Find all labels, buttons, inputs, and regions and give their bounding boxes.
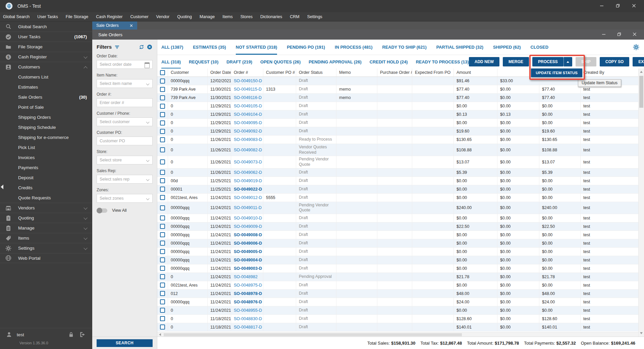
order-link[interactable]: SO-0049022-D bbox=[234, 187, 262, 192]
filter-input[interactable]: Select customer bbox=[97, 117, 153, 126]
row-checkbox[interactable] bbox=[157, 306, 168, 314]
process-dropdown-arrow-icon[interactable] bbox=[564, 57, 572, 66]
close-icon[interactable] bbox=[632, 3, 636, 9]
row-checkbox[interactable] bbox=[157, 144, 168, 156]
scroll-up-icon[interactable] bbox=[640, 71, 643, 73]
filter-input[interactable]: Enter order # bbox=[97, 98, 153, 107]
menubar-item[interactable]: Global Search bbox=[3, 14, 30, 19]
sidebar-item[interactable]: Manage bbox=[0, 223, 92, 233]
order-link[interactable]: SO-0049092-D bbox=[234, 129, 262, 134]
sidebar-item[interactable]: File Storage bbox=[0, 42, 92, 52]
row-checkbox[interactable] bbox=[157, 119, 168, 127]
filter-input[interactable]: Customer PO bbox=[97, 137, 153, 145]
inner-restore-icon[interactable] bbox=[617, 32, 621, 37]
row-checkbox[interactable] bbox=[157, 185, 168, 193]
order-link[interactable]: SO-0049012-D bbox=[234, 195, 262, 200]
row-checkbox[interactable] bbox=[157, 156, 168, 168]
filter-input[interactable]: Select zones bbox=[97, 194, 153, 203]
status-tab[interactable]: ESTIMATES (35) bbox=[193, 40, 226, 55]
sub-status-tab[interactable]: READY TO PROCESS (13) bbox=[416, 55, 469, 68]
row-checkbox[interactable] bbox=[157, 77, 168, 85]
filter-input[interactable]: Select item name bbox=[97, 79, 153, 88]
row-checkbox[interactable] bbox=[157, 202, 168, 214]
lock-icon[interactable] bbox=[68, 332, 74, 338]
sidebar-item[interactable]: User Tasks (1067) bbox=[0, 32, 92, 42]
refresh-icon[interactable] bbox=[139, 44, 144, 50]
sidebar-item[interactable]: Global Search bbox=[0, 21, 92, 32]
sidebar-item[interactable]: Items bbox=[0, 233, 92, 243]
sidebar-item[interactable]: Estimates bbox=[0, 82, 92, 92]
menubar-item[interactable]: Manage bbox=[200, 14, 215, 19]
horizontal-scrollbar-thumb[interactable] bbox=[164, 333, 462, 336]
sub-status-tab[interactable]: ALL (318) bbox=[161, 55, 181, 68]
menubar-item[interactable]: Vendor bbox=[156, 14, 170, 19]
process-button[interactable]: PROCESS bbox=[532, 57, 564, 66]
order-link[interactable]: SO-0049104-D bbox=[234, 112, 262, 117]
order-link[interactable]: SO-0048817-D bbox=[234, 325, 262, 330]
row-checkbox[interactable] bbox=[157, 290, 168, 298]
filter-input[interactable]: Select store bbox=[97, 156, 153, 164]
sub-status-tab[interactable]: OPEN QUOTES (26) bbox=[260, 55, 301, 68]
order-link[interactable]: SO-0049150-D bbox=[234, 79, 262, 83]
scroll-down-icon[interactable] bbox=[640, 332, 643, 334]
merge-button[interactable]: MERGE bbox=[503, 57, 529, 66]
row-checkbox[interactable] bbox=[157, 323, 168, 331]
status-tab[interactable]: PARTIAL SHIPPED (32) bbox=[436, 40, 483, 55]
col-amount[interactable]: Amount bbox=[454, 68, 497, 77]
menubar-item[interactable]: User Tasks bbox=[37, 14, 58, 19]
menubar-item[interactable]: File Storage bbox=[66, 14, 88, 19]
sidebar-item[interactable]: Point of Sale bbox=[0, 102, 92, 112]
filter-input[interactable]: Select sales rep bbox=[97, 175, 153, 184]
sidebar-item[interactable]: Payments bbox=[0, 162, 92, 172]
col-customer-po[interactable]: Customer PO # bbox=[263, 68, 296, 77]
sidebar-item[interactable]: Credits bbox=[0, 183, 92, 193]
restore-icon[interactable] bbox=[616, 3, 620, 9]
order-link[interactable]: SO-0049006-D bbox=[234, 241, 262, 246]
row-checkbox[interactable] bbox=[157, 214, 168, 222]
row-checkbox[interactable] bbox=[157, 256, 168, 264]
status-tab[interactable]: SHIPPED (62) bbox=[493, 40, 521, 55]
sidebar-item[interactable]: Pick List bbox=[0, 142, 92, 152]
row-checkbox[interactable] bbox=[157, 136, 168, 144]
sidebar-item[interactable]: Settings bbox=[0, 243, 92, 253]
order-link[interactable]: SO-0049062-D bbox=[234, 170, 262, 175]
order-link[interactable]: SO-0049082-D bbox=[234, 148, 262, 152]
search-button[interactable]: SEARCH bbox=[97, 339, 153, 347]
col-purchase-order[interactable]: Purchase Order # bbox=[377, 68, 412, 77]
scroll-left-icon[interactable] bbox=[159, 333, 161, 336]
row-checkbox[interactable] bbox=[157, 281, 168, 289]
status-tab[interactable]: ALL (1387) bbox=[161, 40, 183, 55]
sidebar-item[interactable]: Deposit bbox=[0, 172, 92, 183]
copy-so-button[interactable]: COPY SO bbox=[600, 57, 629, 66]
update-item-status-menu-item[interactable]: UPDATE ITEM STATUS bbox=[531, 68, 582, 77]
export-button[interactable]: EXPORT bbox=[633, 57, 644, 66]
sidebar-item[interactable]: $ Cash Register bbox=[0, 52, 92, 62]
order-link[interactable]: SO-0049010-D bbox=[234, 216, 262, 220]
menubar-item[interactable]: Dictionaries bbox=[260, 14, 282, 19]
row-checkbox[interactable] bbox=[157, 110, 168, 118]
menubar-item[interactable]: Stores bbox=[240, 14, 253, 19]
order-link[interactable]: SO-0049011-D bbox=[234, 205, 262, 210]
order-link[interactable]: SO-0048955-D bbox=[234, 308, 262, 313]
row-checkbox[interactable] bbox=[157, 85, 168, 93]
order-link[interactable]: SO-0049073-D bbox=[234, 160, 262, 164]
sidebar-item[interactable]: Shipping Schedule bbox=[0, 122, 92, 132]
sidebar-item[interactable]: Customers bbox=[0, 62, 92, 72]
minimize-icon[interactable] bbox=[600, 3, 604, 9]
order-link[interactable]: SO-0048975-D bbox=[234, 283, 262, 288]
menubar-item[interactable]: Customer bbox=[130, 14, 148, 19]
order-link[interactable]: SO-0048830-D bbox=[234, 316, 262, 321]
status-tab[interactable]: READY TO SHIP (621) bbox=[382, 40, 426, 55]
col-memo[interactable]: Memo bbox=[336, 68, 377, 77]
status-tab[interactable]: NOT STARTED (318) bbox=[236, 40, 277, 55]
sidebar-item[interactable]: Shipping Orders bbox=[0, 112, 92, 122]
row-checkbox[interactable] bbox=[157, 231, 168, 239]
tab-sale-orders[interactable]: Sale Orders ✕ bbox=[92, 21, 137, 30]
row-checkbox[interactable] bbox=[157, 248, 168, 256]
order-link[interactable]: SO-0049083-D bbox=[234, 137, 262, 142]
order-link[interactable]: SO-0048982 bbox=[234, 275, 258, 279]
status-tab[interactable]: IN PROCESS (481) bbox=[335, 40, 372, 55]
sub-status-tab[interactable]: CREDIT HOLD (24) bbox=[370, 55, 408, 68]
row-checkbox[interactable] bbox=[157, 239, 168, 247]
order-link[interactable]: SO-0049005-D bbox=[234, 249, 262, 254]
